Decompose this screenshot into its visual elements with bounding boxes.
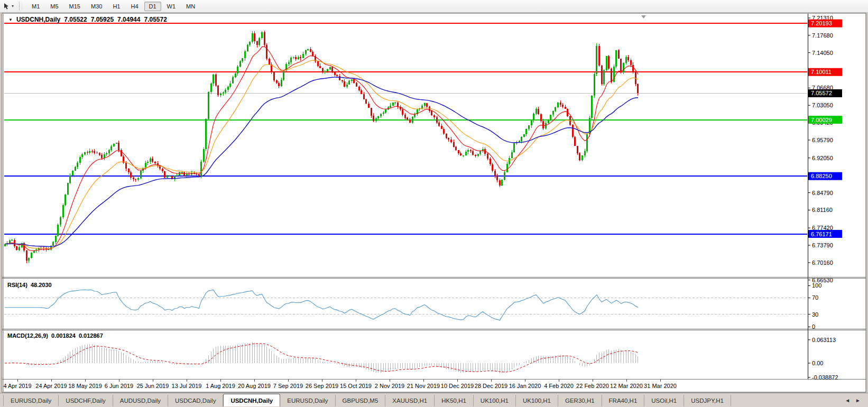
svg-text:-0.038872: -0.038872 [812, 374, 838, 381]
macd-name: MACD(12,26,9) [7, 332, 48, 339]
svg-text:7.00029: 7.00029 [811, 117, 832, 123]
svg-text:18 May 2019: 18 May 2019 [68, 383, 102, 389]
svg-text:6.88250: 6.88250 [811, 173, 832, 179]
chart-title: ▼ USDCNH,Daily 7.05522 7.05925 7.04944 7… [8, 16, 167, 23]
svg-text:4 Apr 2019: 4 Apr 2019 [3, 383, 31, 389]
svg-text:100: 100 [812, 282, 821, 289]
svg-text:10 Dec 2019: 10 Dec 2019 [441, 383, 474, 389]
svg-text:70: 70 [812, 294, 818, 301]
svg-text:6.81160: 6.81160 [812, 207, 833, 213]
svg-text:7.17680: 7.17680 [812, 32, 833, 39]
svg-text:7.20193: 7.20193 [811, 20, 832, 26]
macd-signal-value: 0.012867 [79, 332, 103, 339]
svg-text:22 Feb 2020: 22 Feb 2020 [576, 383, 609, 389]
symbol-period-label: USDCNH,Daily [16, 16, 60, 23]
svg-text:6.76171: 6.76171 [811, 231, 832, 237]
svg-text:0.00: 0.00 [812, 360, 823, 366]
svg-text:15 Oct 2019: 15 Oct 2019 [340, 383, 372, 389]
svg-text:31 Mar 2020: 31 Mar 2020 [644, 383, 677, 389]
svg-text:16 Jan 2020: 16 Jan 2020 [509, 383, 541, 389]
svg-text:6 Jun 2019: 6 Jun 2019 [105, 383, 133, 389]
svg-text:7.05572: 7.05572 [811, 90, 832, 96]
rsi-name: RSI(14) [7, 282, 27, 288]
svg-text:7 Sep 2019: 7 Sep 2019 [273, 383, 303, 389]
svg-text:20 Aug 2019: 20 Aug 2019 [238, 383, 271, 389]
svg-text:30: 30 [812, 311, 818, 318]
svg-text:0.063113: 0.063113 [812, 337, 836, 343]
high-value: 7.05925 [91, 16, 114, 23]
svg-text:7.14050: 7.14050 [812, 50, 833, 56]
svg-text:7.03050: 7.03050 [812, 102, 833, 108]
price-chart-canvas[interactable]: 7.213107.176807.140507.066807.030506.994… [0, 0, 868, 407]
svg-text:28 Dec 2019: 28 Dec 2019 [475, 383, 507, 389]
rsi-indicator-label: RSI(14) 48.2030 [7, 282, 52, 288]
close-value: 7.05572 [144, 16, 167, 23]
svg-text:7.10011: 7.10011 [811, 69, 832, 75]
svg-text:1 Aug 2019: 1 Aug 2019 [206, 383, 235, 389]
svg-text:6.92050: 6.92050 [812, 155, 833, 161]
svg-text:25 Jun 2019: 25 Jun 2019 [137, 383, 169, 389]
svg-text:2 Nov 2019: 2 Nov 2019 [375, 383, 404, 389]
svg-text:24 Apr 2019: 24 Apr 2019 [35, 383, 67, 389]
open-value: 7.05522 [64, 16, 87, 23]
low-value: 7.04944 [117, 16, 140, 23]
svg-text:6.73790: 6.73790 [812, 242, 833, 248]
svg-text:0: 0 [812, 323, 815, 330]
svg-text:4 Feb 2020: 4 Feb 2020 [544, 383, 574, 389]
collapse-triangle-icon[interactable]: ▼ [8, 17, 13, 22]
svg-text:13 Jul 2019: 13 Jul 2019 [172, 383, 202, 389]
svg-text:6.70160: 6.70160 [812, 260, 833, 266]
svg-text:21 Nov 2019: 21 Nov 2019 [407, 383, 440, 389]
svg-text:12 Mar 2020: 12 Mar 2020 [610, 383, 643, 389]
macd-indicator-label: MACD(12,26,9) 0.001824 0.012867 [7, 332, 103, 339]
svg-text:6.84790: 6.84790 [812, 190, 833, 196]
macd-main-value: 0.001824 [51, 332, 76, 339]
application-window: { "icons": {"collapse": "▼", "caret": "▾… [0, 0, 868, 407]
svg-text:6.95790: 6.95790 [812, 137, 833, 143]
rsi-current-value: 48.2030 [31, 282, 52, 288]
svg-text:26 Sep 2019: 26 Sep 2019 [306, 383, 338, 389]
